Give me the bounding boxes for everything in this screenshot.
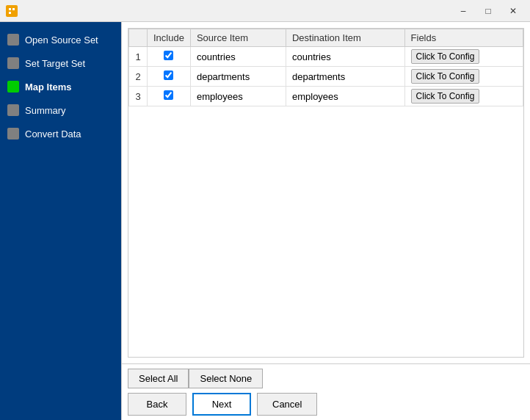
- row-include-cell: [148, 47, 191, 67]
- sidebar-label-summary: Summary: [25, 105, 66, 116]
- sidebar-label-set-target-set: Set Target Set: [25, 58, 85, 69]
- select-none-button[interactable]: Select None: [189, 369, 263, 388]
- sidebar-item-summary[interactable]: Summary: [0, 98, 121, 122]
- step-indicator-set-target-set: [7, 57, 19, 69]
- select-all-button[interactable]: Select All: [128, 369, 189, 388]
- destination-item-cell: departments: [286, 67, 404, 87]
- items-table: Include Source Item Destination Item Fie…: [128, 29, 523, 106]
- table-row: 1countriescountriesClick To Config: [129, 47, 523, 67]
- content-panel: Include Source Item Destination Item Fie…: [121, 22, 530, 420]
- items-table-container: Include Source Item Destination Item Fie…: [128, 28, 524, 358]
- include-checkbox[interactable]: [164, 51, 173, 60]
- step-indicator-summary: [7, 104, 19, 116]
- click-to-config-button[interactable]: Click To Config: [411, 89, 480, 104]
- bottom-section: Select All Select None Back Next Cancel: [122, 363, 530, 420]
- table-row: 3employeesemployeesClick To Config: [129, 87, 523, 106]
- col-num: [129, 29, 148, 47]
- sidebar: Open Source Set Set Target Set Map Items…: [0, 22, 121, 420]
- row-include-cell: [148, 87, 191, 106]
- click-to-config-button[interactable]: Click To Config: [411, 49, 480, 64]
- step-indicator-map-items: [7, 81, 19, 93]
- back-button[interactable]: Back: [128, 393, 186, 416]
- minimize-button[interactable]: –: [452, 4, 474, 18]
- table-row: 2departmentsdepartmentsClick To Config: [129, 67, 523, 87]
- svg-rect-1: [9, 8, 11, 10]
- svg-rect-0: [7, 7, 16, 15]
- destination-item-cell: employees: [286, 87, 404, 106]
- step-indicator-convert-data: [7, 128, 19, 140]
- fields-cell: Click To Config: [404, 87, 523, 106]
- sidebar-item-open-source-set[interactable]: Open Source Set: [0, 28, 121, 51]
- row-include-cell: [148, 67, 191, 87]
- select-buttons-group: Select All Select None: [128, 369, 524, 388]
- click-to-config-button[interactable]: Click To Config: [411, 69, 480, 84]
- source-item-cell: employees: [190, 87, 286, 106]
- close-button[interactable]: ✕: [502, 4, 524, 18]
- app-icon: [6, 5, 18, 17]
- row-number: 1: [129, 47, 148, 67]
- sidebar-item-map-items[interactable]: Map Items: [0, 75, 121, 98]
- next-button[interactable]: Next: [192, 393, 251, 416]
- sidebar-label-convert-data: Convert Data: [25, 128, 81, 140]
- source-item-cell: countries: [190, 47, 286, 67]
- step-indicator-open-source-set: [7, 34, 19, 46]
- maximize-button[interactable]: □: [477, 4, 499, 18]
- fields-cell: Click To Config: [404, 47, 523, 67]
- window-controls: – □ ✕: [452, 4, 524, 18]
- svg-rect-2: [12, 8, 15, 10]
- include-checkbox[interactable]: [164, 70, 173, 80]
- sidebar-item-set-target-set[interactable]: Set Target Set: [0, 51, 121, 75]
- sidebar-label-map-items: Map Items: [25, 82, 72, 93]
- row-number: 2: [129, 67, 148, 87]
- cancel-button[interactable]: Cancel: [257, 393, 317, 416]
- destination-item-cell: countries: [286, 47, 404, 67]
- row-number: 3: [129, 87, 148, 106]
- fields-cell: Click To Config: [404, 67, 523, 87]
- col-include: Include: [148, 29, 191, 47]
- sidebar-label-open-source-set: Open Source Set: [25, 35, 98, 46]
- sidebar-item-convert-data[interactable]: Convert Data: [0, 122, 121, 145]
- main-layout: Open Source Set Set Target Set Map Items…: [0, 22, 530, 420]
- include-checkbox[interactable]: [164, 90, 173, 100]
- source-item-cell: departments: [190, 67, 286, 87]
- col-fields: Fields: [404, 29, 523, 47]
- titlebar: – □ ✕: [0, 0, 530, 22]
- col-destination: Destination Item: [286, 29, 404, 47]
- svg-rect-3: [9, 12, 11, 14]
- nav-buttons-group: Back Next Cancel: [128, 393, 524, 416]
- col-source: Source Item: [190, 29, 286, 47]
